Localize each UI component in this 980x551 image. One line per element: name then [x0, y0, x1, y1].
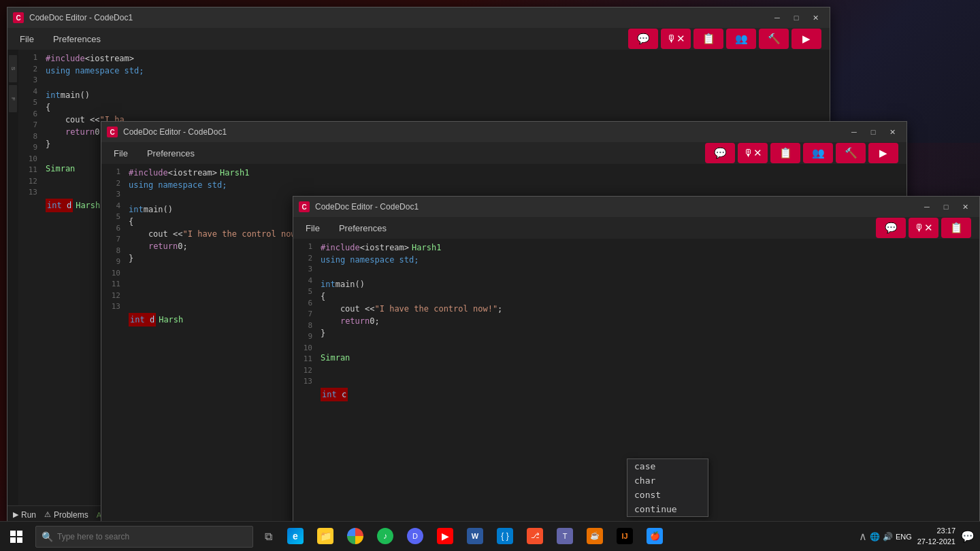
close-btn-3[interactable]: ✕: [956, 200, 974, 214]
run-icon-1: ▶: [13, 510, 18, 519]
taskbar-app-word[interactable]: W: [460, 522, 490, 552]
taskbar-app-java[interactable]: ☕: [580, 522, 610, 552]
window-title-1: CodeDoc Editor - CodeDoc1: [29, 13, 763, 22]
notification-icon[interactable]: 💬: [961, 530, 975, 543]
menu-file-1[interactable]: File: [16, 33, 38, 46]
window-title-3: CodeDoc Editor - CodeDoc1: [315, 202, 913, 212]
toolbar-group-2[interactable]: 👥: [803, 143, 833, 163]
chrome-icon: [347, 528, 363, 544]
taskbar-app-chrome[interactable]: [340, 522, 370, 552]
git-icon: ⎇: [527, 528, 543, 544]
taskbar-app-teams[interactable]: T: [550, 522, 580, 552]
taskbar-app-youtube[interactable]: ▶: [430, 522, 460, 552]
window-controls-2: ─ □ ✕: [845, 125, 901, 139]
run-label-1: Run: [21, 510, 36, 520]
minimize-btn-3[interactable]: ─: [918, 200, 936, 214]
titlebar-1[interactable]: C CodeDoc Editor - CodeDoc1 ─ □ ✕: [7, 7, 830, 28]
menu-prefs-1[interactable]: Preferences: [49, 33, 105, 46]
vscode-icon: { }: [497, 528, 513, 544]
taskbar-app-spotify[interactable]: ♪: [370, 522, 400, 552]
toolbar-hammer-2[interactable]: 🔨: [836, 143, 866, 163]
svg-rect-3: [17, 537, 22, 543]
network-icon[interactable]: 🌐: [870, 532, 880, 541]
toolbar-mic-1[interactable]: 🎙✕: [661, 29, 691, 49]
search-input[interactable]: [57, 532, 247, 541]
sidebar-item-1b[interactable]: F: [9, 85, 17, 112]
toolbar-mic-3[interactable]: 🎙✕: [909, 218, 938, 238]
taskbar-app-intellij[interactable]: IJ: [610, 522, 640, 552]
intellij-icon: IJ: [617, 528, 633, 544]
autocomplete-dropdown: case char const continue: [627, 458, 708, 517]
chevron-up-icon[interactable]: ∧: [859, 530, 867, 543]
taskbar-app-edge[interactable]: e: [280, 522, 310, 552]
svg-rect-0: [10, 531, 16, 536]
time-display: 23:17: [917, 526, 956, 536]
line-numbers-2: 12345678910111213: [101, 164, 123, 522]
window-title-2: CodeDoc Editor - CodeDoc1: [123, 127, 840, 137]
spotify-icon: ♪: [377, 528, 393, 544]
window-3: C CodeDoc Editor - CodeDoc1 ─ □ ✕ File P…: [293, 196, 980, 529]
close-btn-1[interactable]: ✕: [806, 11, 824, 24]
toolbar-chat-2[interactable]: 💬: [705, 143, 735, 163]
search-box[interactable]: 🔍: [35, 526, 253, 548]
volume-icon[interactable]: 🔊: [883, 532, 893, 541]
toolbar-hammer-1[interactable]: 🔨: [759, 29, 789, 49]
discord-icon: D: [407, 528, 423, 544]
maximize-btn-2[interactable]: □: [864, 125, 882, 139]
minimize-btn-2[interactable]: ─: [845, 125, 863, 139]
taskbar-app-finder[interactable]: 🍎: [640, 522, 670, 552]
run-tab-1[interactable]: ▶ Run: [13, 510, 36, 520]
toolbar-chat-3[interactable]: 💬: [876, 218, 906, 238]
taskbar-apps: e 📁 ♪ D ▶ W { } ⎇ T ☕: [280, 522, 853, 552]
menu-file-3[interactable]: File: [301, 222, 324, 235]
java-icon: ☕: [587, 528, 603, 544]
titlebar-2[interactable]: C CodeDoc Editor - CodeDoc1 ─ □ ✕: [101, 122, 906, 142]
app-icon-1: C: [13, 12, 24, 23]
problems-tab-1[interactable]: ⚠ Problems: [44, 510, 88, 520]
toolbar-doc-2[interactable]: 📋: [770, 143, 800, 163]
start-button[interactable]: [0, 522, 33, 552]
autocomplete-case[interactable]: case: [627, 459, 708, 473]
minimize-btn-1[interactable]: ─: [768, 11, 786, 24]
taskbar-app-discord[interactable]: D: [400, 522, 430, 552]
maximize-btn-3[interactable]: □: [937, 200, 955, 214]
word-icon: W: [467, 528, 483, 544]
toolbar-mic-2[interactable]: 🎙✕: [738, 143, 768, 163]
maximize-btn-1[interactable]: □: [787, 11, 805, 24]
toolbar-play-1[interactable]: ▶: [791, 29, 821, 49]
toolbar-play-2[interactable]: ▶: [868, 143, 898, 163]
sidebar-item-1a[interactable]: S: [9, 55, 17, 82]
titlebar-3[interactable]: C CodeDoc Editor - CodeDoc1 ─ □ ✕: [293, 197, 979, 217]
menu-file-2[interactable]: File: [110, 147, 132, 160]
start-icon: [10, 530, 23, 544]
autocomplete-char[interactable]: char: [627, 473, 708, 488]
taskbar-app-git[interactable]: ⎇: [520, 522, 550, 552]
taskbar-clock[interactable]: 23:17 27-12-2021: [915, 526, 958, 547]
taskbar: 🔍 ⧉ e 📁 ♪ D ▶ W { } ⎇: [0, 521, 980, 551]
toolbar-3: 💬 🎙✕ 📋: [876, 218, 971, 238]
toolbar-chat-1[interactable]: 💬: [628, 29, 658, 49]
finder-icon: 🍎: [647, 528, 663, 544]
taskbar-system: ∧ 🌐 🔊 ENG 23:17 27-12-2021 💬: [853, 522, 980, 552]
taskbar-app-vscode[interactable]: { }: [490, 522, 520, 552]
lang-indicator[interactable]: ENG: [896, 533, 912, 541]
close-btn-2[interactable]: ✕: [883, 125, 901, 139]
toolbar-doc-1[interactable]: 📋: [693, 29, 723, 49]
taskbar-app-explorer[interactable]: 📁: [310, 522, 340, 552]
svg-rect-1: [17, 531, 22, 536]
explorer-icon: 📁: [317, 528, 333, 544]
autocomplete-continue[interactable]: continue: [627, 502, 708, 516]
svg-rect-2: [10, 537, 16, 543]
menu-prefs-3[interactable]: Preferences: [335, 222, 391, 235]
autocomplete-const[interactable]: const: [627, 488, 708, 502]
task-view-button[interactable]: ⧉: [256, 522, 280, 552]
problems-label-1: Problems: [54, 510, 88, 520]
toolbar-doc-3[interactable]: 📋: [941, 218, 971, 238]
menubar-2: File Preferences 💬 🎙✕ 📋 👥 🔨 ▶: [101, 142, 906, 164]
toolbar-2: 💬 🎙✕ 📋 👥 🔨 ▶: [705, 143, 898, 163]
menu-prefs-2[interactable]: Preferences: [143, 147, 199, 160]
far-sidebar-1: S F: [7, 50, 18, 505]
date-display: 27-12-2021: [917, 537, 956, 547]
toolbar-group-1[interactable]: 👥: [726, 29, 756, 49]
search-icon: 🔍: [42, 531, 53, 542]
